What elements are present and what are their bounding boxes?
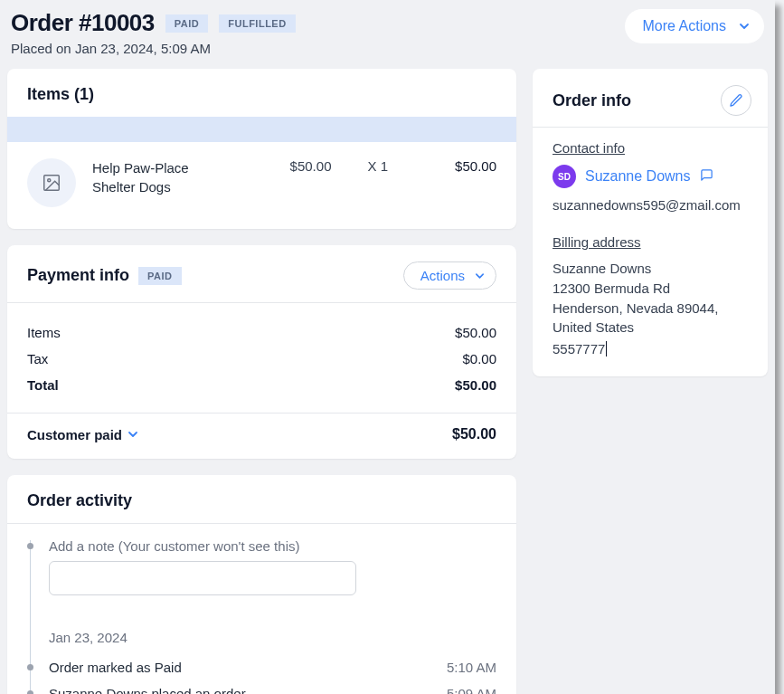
note-input[interactable]: [49, 561, 356, 595]
items-header-strip: [7, 117, 516, 142]
activity-event: Suzanne Downs placed an order 5:09 AM: [49, 680, 496, 694]
customer-paid-row[interactable]: Customer paid $50.00: [7, 414, 516, 459]
more-actions-button[interactable]: More Actions: [625, 9, 764, 43]
image-placeholder-icon: [42, 173, 61, 193]
more-actions-label: More Actions: [643, 18, 726, 33]
contact-info-label: Contact info: [553, 140, 748, 156]
payment-actions-button[interactable]: Actions: [403, 261, 496, 290]
item-name: Help Paw-Place Shelter Dogs: [92, 158, 210, 196]
activity-event-time: 5:09 AM: [447, 686, 496, 694]
order-info-card: Order info Contact info SD Suzanne Downs: [533, 69, 768, 376]
customer-paid-value: $50.00: [452, 426, 496, 442]
customer-email: suzannedowns595@zmail.com: [553, 197, 748, 213]
activity-event-text: Suzanne Downs placed an order: [49, 686, 246, 694]
svg-point-1: [48, 179, 51, 182]
timeline-date: Jan 23, 2024: [49, 604, 496, 654]
payment-title: Payment info: [27, 266, 129, 285]
billing-address-label: Billing address: [553, 234, 748, 250]
items-card: Items (1) Help Paw-Place Shelter Dogs $5…: [7, 69, 516, 229]
payment-items-value: $50.00: [455, 325, 496, 340]
payment-total-label: Total: [27, 377, 59, 393]
customer-avatar: SD: [553, 165, 576, 188]
payment-tax-label: Tax: [27, 351, 48, 366]
chevron-down-icon: [475, 271, 485, 280]
item-line-total: $50.00: [424, 158, 496, 174]
payment-total-row: Total $50.00: [27, 372, 496, 398]
paid-badge: PAID: [165, 14, 208, 33]
add-note-item: Add a note (Your customer won't see this…: [49, 533, 496, 604]
chevron-down-icon: [739, 21, 750, 32]
activity-card: Order activity Add a note (Your customer…: [7, 475, 516, 694]
payment-items-row: Items $50.00: [27, 319, 496, 346]
fulfilled-badge: FULFILLED: [219, 14, 295, 33]
order-header: Order #10003 PAID FULFILLED Placed on Ja…: [5, 5, 770, 69]
placed-on: Placed on Jan 23, 2024, 5:09 AM: [11, 41, 296, 56]
item-quantity: X 1: [367, 158, 388, 174]
activity-event: Order marked as Paid 5:10 AM: [49, 654, 496, 680]
billing-street: 12300 Bermuda Rd: [553, 279, 748, 299]
chat-icon[interactable]: [700, 168, 713, 185]
chevron-down-icon: [128, 429, 138, 440]
activity-event-time: 5:10 AM: [447, 660, 496, 675]
item-row: Help Paw-Place Shelter Dogs $50.00 X 1 $…: [7, 142, 516, 229]
customer-paid-label: Customer paid: [27, 427, 122, 442]
payment-card: Payment info PAID Actions Items $50.00: [7, 245, 516, 459]
activity-title: Order activity: [7, 475, 516, 523]
activity-event-text: Order marked as Paid: [49, 660, 182, 675]
billing-name: Suzanne Downs: [553, 259, 748, 279]
payment-paid-badge: PAID: [138, 267, 181, 285]
payment-tax-row: Tax $0.00: [27, 346, 496, 372]
item-unit-price: $50.00: [290, 158, 332, 174]
pencil-icon: [729, 93, 743, 108]
add-note-label: Add a note (Your customer won't see this…: [49, 538, 496, 554]
timeline-date-label: Jan 23, 2024: [49, 630, 496, 645]
customer-name-link[interactable]: Suzanne Downs: [585, 168, 691, 185]
payment-items-label: Items: [27, 325, 61, 340]
item-thumbnail: [27, 158, 76, 207]
items-card-title: Items (1): [7, 69, 516, 117]
payment-tax-value: $0.00: [462, 351, 496, 366]
order-title: Order #10003: [11, 9, 155, 37]
payment-actions-label: Actions: [420, 268, 465, 283]
billing-city: Henderson, Nevada 89044, United States: [553, 299, 748, 338]
billing-phone: 5557777: [553, 341, 607, 357]
order-info-title: Order info: [553, 91, 631, 110]
edit-order-info-button[interactable]: [721, 85, 751, 116]
payment-total-value: $50.00: [455, 377, 496, 393]
